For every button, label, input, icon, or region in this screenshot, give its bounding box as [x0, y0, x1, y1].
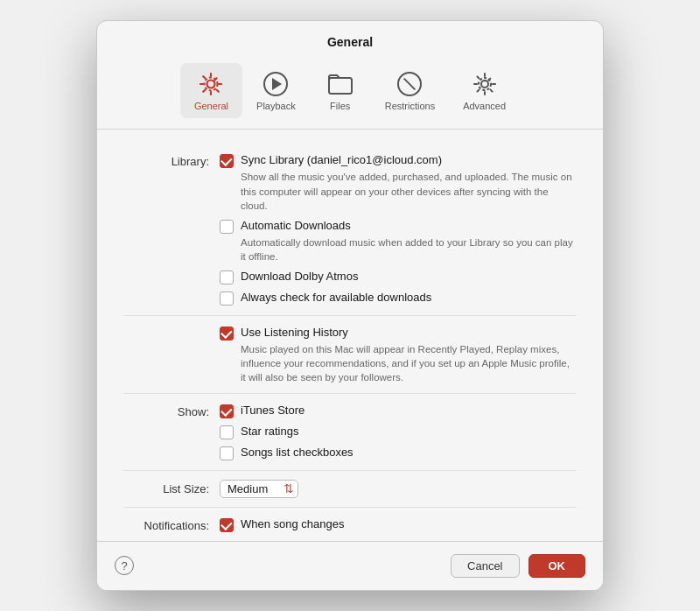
when-song-changes-text: When song changes [241, 516, 577, 532]
tab-restrictions-label: Restrictions [385, 101, 435, 111]
preferences-dialog: General General Playback [96, 20, 604, 590]
show-section: Show: iTunes Store Star ratings [123, 394, 577, 471]
cancel-button[interactable]: Cancel [451, 554, 519, 578]
tabs-row: General Playback Files [97, 56, 603, 130]
listening-history-text: Use Listening History Music played on th… [241, 325, 577, 384]
dolby-atmos-checkbox-wrap[interactable] [220, 270, 234, 284]
notifications-label: Notifications: [123, 516, 220, 532]
ok-button[interactable]: OK [528, 554, 586, 578]
itunes-store-checkbox-wrap[interactable] [220, 404, 234, 418]
songs-list-checkboxes-checkbox[interactable] [220, 446, 234, 460]
list-size-content: Small Medium Large ⇅ [220, 480, 577, 498]
dolby-atmos-checkbox[interactable] [220, 270, 234, 284]
tab-general[interactable]: General [180, 63, 242, 118]
list-size-section: List Size: Small Medium Large ⇅ [123, 471, 577, 508]
star-ratings-checkbox-wrap[interactable] [220, 425, 234, 439]
check-downloads-checkbox[interactable] [220, 291, 234, 306]
listening-history-spacer [123, 325, 220, 327]
listening-history-option: Use Listening History Music played on th… [220, 325, 577, 384]
listening-history-content: Use Listening History Music played on th… [220, 325, 577, 384]
check-downloads-option: Always check for available downloads [220, 290, 577, 306]
show-options: iTunes Store Star ratings [220, 403, 577, 461]
list-size-select-wrap: Small Medium Large ⇅ [220, 480, 577, 498]
tab-advanced[interactable]: Advanced [449, 63, 520, 118]
library-section: Library: Sync Library (daniel_rico1@iclo… [123, 144, 577, 315]
songs-list-checkboxes-main: Songs list checkboxes [241, 445, 577, 460]
sync-library-option: Sync Library (daniel_rico1@icloud.com) S… [220, 152, 577, 212]
main-content: Library: Sync Library (daniel_rico1@iclo… [97, 130, 603, 540]
sync-library-checkbox-wrap[interactable] [220, 154, 234, 168]
auto-downloads-text: Automatic Downloads Automatically downlo… [241, 218, 577, 263]
when-song-changes-checkbox[interactable] [220, 518, 234, 532]
library-label: Library: [123, 152, 220, 168]
listening-history-desc: Music played on this Mac will appear in … [241, 342, 577, 384]
listening-history-section: Use Listening History Music played on th… [123, 316, 577, 394]
when-song-changes-main: When song changes [241, 516, 577, 532]
auto-downloads-option: Automatic Downloads Automatically downlo… [220, 218, 577, 263]
star-ratings-text: Star ratings [241, 424, 577, 439]
sync-library-main: Sync Library (daniel_rico1@icloud.com) [241, 152, 577, 168]
playback-icon [262, 70, 290, 98]
notifications-content: When song changes [220, 516, 577, 532]
star-ratings-main: Star ratings [241, 424, 577, 439]
general-gear-icon [197, 70, 225, 98]
dialog-title: General [97, 21, 603, 56]
tab-restrictions[interactable]: Restrictions [371, 63, 449, 118]
check-downloads-main: Always check for available downloads [241, 290, 577, 306]
tab-files-label: Files [330, 101, 350, 111]
auto-downloads-desc: Automatically download music when added … [241, 235, 577, 263]
songs-list-checkboxes-text: Songs list checkboxes [241, 445, 577, 460]
auto-downloads-checkbox-wrap[interactable] [220, 220, 234, 234]
auto-downloads-checkbox[interactable] [220, 220, 234, 234]
list-size-label: List Size: [123, 480, 220, 495]
sync-library-checkbox[interactable] [220, 154, 234, 168]
tab-playback-label: Playback [256, 101, 296, 111]
help-button[interactable]: ? [115, 556, 134, 575]
star-ratings-option: Star ratings [220, 424, 577, 439]
dialog-footer: ? Cancel OK [97, 541, 603, 590]
dolby-atmos-text: Download Dolby Atmos [241, 269, 577, 284]
svg-rect-2 [329, 78, 352, 94]
when-song-changes-checkbox-wrap[interactable] [220, 518, 234, 532]
sync-library-text: Sync Library (daniel_rico1@icloud.com) S… [241, 152, 577, 212]
show-label: Show: [123, 403, 220, 418]
songs-list-checkboxes-option: Songs list checkboxes [220, 445, 577, 460]
check-downloads-text: Always check for available downloads [241, 290, 577, 306]
svg-point-0 [207, 81, 215, 88]
list-size-select[interactable]: Small Medium Large [220, 480, 298, 498]
listening-history-checkbox[interactable] [220, 327, 234, 341]
listening-history-checkbox-wrap[interactable] [220, 327, 234, 341]
list-size-select-wrapper: Small Medium Large ⇅ [220, 480, 298, 498]
itunes-store-option: iTunes Store [220, 403, 577, 418]
itunes-store-text: iTunes Store [241, 403, 577, 418]
dolby-atmos-main: Download Dolby Atmos [241, 269, 577, 284]
itunes-store-main: iTunes Store [241, 403, 577, 418]
check-downloads-checkbox-wrap[interactable] [220, 291, 234, 306]
itunes-store-checkbox[interactable] [220, 404, 234, 418]
auto-downloads-main: Automatic Downloads [241, 218, 577, 234]
notifications-section: Notifications: When song changes [123, 508, 577, 541]
files-icon [326, 70, 354, 98]
dolby-atmos-option: Download Dolby Atmos [220, 269, 577, 284]
tab-files[interactable]: Files [310, 63, 371, 118]
svg-point-3 [481, 81, 488, 88]
songs-list-checkbox-wrap[interactable] [220, 446, 234, 460]
restrictions-icon [396, 70, 424, 98]
advanced-icon [471, 70, 499, 98]
when-song-changes-option: When song changes [220, 516, 577, 532]
tab-playback[interactable]: Playback [242, 63, 310, 118]
tab-advanced-label: Advanced [463, 101, 506, 111]
star-ratings-checkbox[interactable] [220, 425, 234, 439]
tab-general-label: General [194, 101, 228, 111]
footer-buttons: Cancel OK [451, 554, 585, 578]
listening-history-main: Use Listening History [241, 325, 577, 341]
sync-library-desc: Show all the music you've added, purchas… [241, 170, 577, 212]
library-options: Sync Library (daniel_rico1@icloud.com) S… [220, 152, 577, 306]
